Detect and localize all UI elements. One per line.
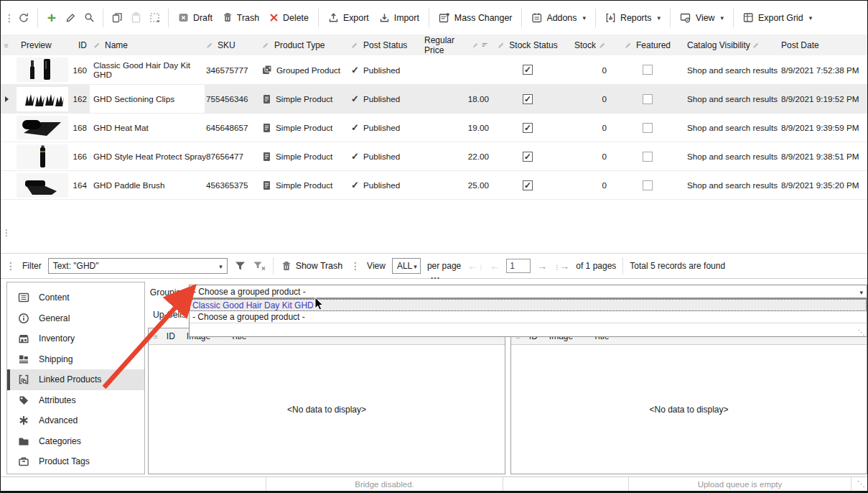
grouping-combobox[interactable]: - Choose a grouped product -	[189, 285, 867, 298]
cell-post-date[interactable]: 8/9/2021 9:38:51 PM	[778, 142, 867, 170]
select-special-button[interactable]	[145, 6, 164, 30]
tab-inventory[interactable]: Inventory	[7, 328, 144, 349]
delete-button[interactable]: Delete	[264, 6, 314, 30]
column-header-post-status[interactable]: Post Status	[350, 34, 424, 55]
cell-product-type[interactable]: Simple Product	[261, 142, 350, 170]
cell-catalog-visibility[interactable]: Shop and search results	[680, 55, 778, 84]
cell-id[interactable]: 164	[73, 171, 90, 199]
cell-sku[interactable]: 645648657	[205, 114, 261, 142]
table-row[interactable]: 164 GHD Paddle Brush 456365375 Simple Pr…	[1, 171, 867, 200]
column-header-catalog-visibility[interactable]: Catalog Visibility	[680, 34, 778, 55]
view-button[interactable]: View	[675, 6, 729, 30]
refresh-button[interactable]	[14, 6, 33, 30]
cell-stock[interactable]: 0	[559, 85, 615, 113]
cell-stock[interactable]: 0	[559, 55, 615, 84]
cell-product-type[interactable]: Simple Product	[261, 114, 350, 142]
cell-name[interactable]: Classic Good Hair Day Kit GHD	[90, 55, 205, 84]
edit-product-button[interactable]	[61, 6, 80, 30]
mass-changer-button[interactable]: Mass Changer	[434, 6, 518, 30]
cell-stock-status[interactable]	[496, 114, 559, 142]
dropdown-resize-grip[interactable]	[858, 328, 865, 336]
cell-post-date[interactable]: 8/9/2021 9:35:20 PM	[778, 171, 867, 199]
next-page-button[interactable]: →	[537, 261, 547, 271]
toolbar-grip-icon[interactable]	[4, 12, 14, 24]
column-header-post-date[interactable]: Post Date	[778, 34, 867, 55]
cell-id[interactable]: 160	[73, 55, 90, 84]
featured-checkbox[interactable]	[643, 152, 653, 162]
cell-featured[interactable]	[615, 114, 680, 142]
table-row[interactable]: 160 Classic Good Hair Day Kit GHD 346575…	[1, 55, 867, 85]
featured-checkbox[interactable]	[643, 94, 653, 104]
cell-post-date[interactable]: 8/9/2021 9:39:59 PM	[778, 114, 867, 142]
pager-grip-icon[interactable]	[350, 260, 360, 272]
export-button[interactable]: Export	[323, 6, 374, 30]
grip-icon[interactable]	[154, 331, 158, 341]
cell-stock-status[interactable]	[496, 142, 559, 170]
cell-featured[interactable]	[615, 55, 680, 84]
cell-stock-status[interactable]	[496, 171, 559, 199]
cell-stock-status[interactable]	[496, 85, 559, 113]
column-header-id[interactable]: ID	[167, 331, 175, 341]
filter-combobox[interactable]: Text: "GHD"	[48, 258, 228, 274]
column-header-regular-price[interactable]: Regular Price	[424, 34, 496, 55]
cell-featured[interactable]	[615, 171, 680, 199]
stock-status-checkbox[interactable]	[523, 94, 533, 104]
cell-id[interactable]: 168	[73, 114, 90, 142]
featured-checkbox[interactable]	[643, 180, 653, 190]
filter-toolbar-grip-icon[interactable]	[6, 260, 16, 272]
window-resize-grip[interactable]	[857, 479, 865, 489]
table-row[interactable]: 162 GHD Sectioning Clips 755456346 Simpl…	[1, 85, 867, 114]
column-header-id[interactable]: ID	[73, 34, 90, 55]
apply-filter-button[interactable]	[234, 261, 246, 272]
pane-splitter-grip[interactable]	[431, 271, 440, 281]
draft-button[interactable]: Draft	[173, 6, 218, 30]
clear-filter-button[interactable]	[253, 261, 266, 272]
tab-linked-products[interactable]: Linked Products	[7, 369, 144, 390]
trash-button[interactable]: Trash	[218, 6, 264, 30]
column-header-sku[interactable]: SKU	[205, 34, 261, 55]
cell-stock[interactable]: 0	[559, 142, 615, 170]
cell-regular-price[interactable]	[424, 55, 496, 84]
cell-post-status[interactable]: Published	[350, 55, 424, 84]
cell-sku[interactable]: 755456346	[205, 85, 261, 113]
copy-button[interactable]	[108, 6, 126, 30]
table-row[interactable]: 168 GHD Heat Mat 645648657 Simple Produc…	[1, 114, 867, 142]
tab-categories[interactable]: Categories	[7, 431, 144, 452]
cell-catalog-visibility[interactable]: Shop and search results	[680, 85, 778, 113]
page-number-input[interactable]	[506, 259, 531, 273]
cell-post-date[interactable]: 8/9/2021 7:52:38 PM	[778, 55, 867, 84]
column-header-stock-status[interactable]: Stock Status	[496, 34, 559, 55]
tab-general[interactable]: General	[7, 308, 144, 329]
tab-product-tags[interactable]: Product Tags	[7, 451, 144, 472]
tab-content[interactable]: Content	[7, 287, 144, 308]
cell-catalog-visibility[interactable]: Shop and search results	[680, 171, 778, 199]
cell-id[interactable]: 166	[73, 142, 90, 170]
add-product-button[interactable]: +	[42, 6, 61, 30]
cell-post-status[interactable]: Published	[350, 85, 424, 113]
cell-name[interactable]: GHD Sectioning Clips	[90, 85, 205, 113]
tab-shipping[interactable]: Shipping	[7, 349, 144, 370]
featured-checkbox[interactable]	[643, 123, 653, 133]
tab-advanced[interactable]: Advanced	[7, 410, 144, 431]
stock-status-checkbox[interactable]	[523, 180, 533, 190]
last-page-button[interactable]: ⋮→	[554, 261, 569, 271]
per-page-combobox[interactable]: ALL	[392, 258, 421, 274]
cell-post-date[interactable]: 8/9/2021 9:19:52 PM	[778, 85, 867, 113]
cell-post-status[interactable]: Published	[350, 114, 424, 142]
cell-catalog-visibility[interactable]: Shop and search results	[680, 142, 778, 170]
column-header-stock[interactable]: Stock	[559, 34, 615, 55]
grid-header-grip[interactable]	[1, 34, 12, 55]
column-header-name[interactable]: Name	[90, 34, 205, 55]
cell-regular-price[interactable]: 25.00	[424, 171, 496, 199]
import-button[interactable]: Import	[374, 6, 424, 30]
cell-sku[interactable]: 87656477	[205, 142, 261, 170]
show-trash-button[interactable]: Show Trash	[280, 254, 344, 278]
featured-checkbox[interactable]	[643, 65, 653, 75]
column-header-product-type[interactable]: Product Type	[261, 34, 350, 55]
cell-catalog-visibility[interactable]: Shop and search results	[680, 114, 778, 142]
export-grid-button[interactable]: Export Grid	[738, 6, 817, 30]
cell-post-status[interactable]: Published	[350, 142, 424, 170]
cell-name[interactable]: GHD Style Heat Protect Spray	[90, 142, 205, 170]
search-button[interactable]	[80, 6, 98, 30]
cell-sku[interactable]: 456365375	[205, 171, 261, 199]
